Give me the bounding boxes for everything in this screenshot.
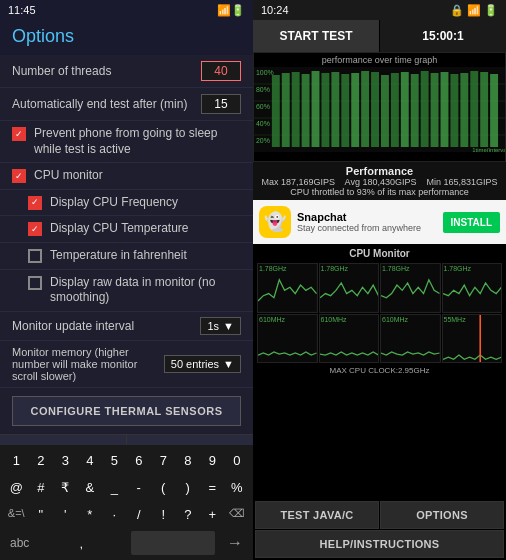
cpu-temp-checkbox-row[interactable]: ✓ Display CPU Temperature [0,216,253,243]
keyboard-bottom-row: abc , → [0,528,253,558]
kb-key-underscore[interactable]: _ [102,476,127,499]
kb-key-dash[interactable]: - [127,476,152,499]
help-button[interactable]: HELP/INSTRUCTIONS [255,530,504,558]
svg-rect-28 [450,74,458,147]
ad-banner: 👻 Snapchat Stay connected from anywhere … [253,200,506,244]
kb-key-8[interactable]: 8 [176,449,201,472]
svg-rect-26 [431,73,439,147]
kb-key-special[interactable]: &=\ [4,503,29,526]
cpu-monitor-label: CPU monitor [34,168,103,184]
svg-rect-29 [460,73,468,147]
svg-rect-17 [341,74,349,147]
kb-key-0[interactable]: 0 [225,449,250,472]
cpu-temp-checkbox[interactable]: ✓ [28,222,42,236]
start-test-button[interactable]: START TEST [253,20,380,52]
threads-value[interactable]: 40 [201,61,241,81]
cpu-core-8: 55MHz [442,314,503,364]
auto-end-row: Automatically end test after (min) 15 [0,88,253,121]
ad-subtitle: Stay connected from anywhere [297,223,437,233]
svg-text:1time(interval:2min): 1time(interval:2min) [472,147,505,152]
kb-key-hash[interactable]: # [29,476,54,499]
right-btn-row-1: TEST JAVA/C OPTIONS [255,501,504,529]
kb-key-excl[interactable]: ! [151,503,176,526]
kb-key-2[interactable]: 2 [29,449,54,472]
svg-rect-23 [401,72,409,147]
kb-key-4[interactable]: 4 [78,449,103,472]
monitor-interval-value: 1s [207,320,219,332]
svg-rect-31 [480,72,488,147]
monitor-memory-row: Monitor memory (higher number will make … [0,341,253,388]
cpu-freq-checkbox-row[interactable]: ✓ Display CPU Frequency [0,190,253,217]
kb-key-9[interactable]: 9 [200,449,225,472]
kb-key-quote[interactable]: " [29,503,54,526]
ad-install-button[interactable]: INSTALL [443,212,500,233]
cpu-core-5: 610MHz [257,314,318,364]
kb-key-1[interactable]: 1 [4,449,29,472]
svg-rect-11 [282,73,290,147]
kb-key-dot[interactable]: · [102,503,127,526]
graph-title: performance over time graph [254,53,505,67]
status-icons-right: 🔒 📶 🔋 [450,4,498,17]
cpu-monitor-checkbox[interactable]: ✓ [12,169,26,183]
kb-key-percent[interactable]: % [225,476,250,499]
kb-abc-key[interactable]: abc [4,532,35,554]
svg-rect-30 [470,71,478,147]
defaults-button[interactable]: DEFAULTS [127,435,253,445]
fahrenheit-label: Temperature in fahrenheit [50,248,187,264]
auto-end-value[interactable]: 15 [201,94,241,114]
svg-rect-10 [272,75,280,147]
cpu-monitor-title: CPU Monitor [255,246,504,261]
kb-key-5[interactable]: 5 [102,449,127,472]
cpu-monitor-checkbox-row[interactable]: ✓ CPU monitor [0,163,253,190]
kb-enter-key[interactable]: → [221,530,249,556]
kb-key-lparen[interactable]: ( [151,476,176,499]
kb-key-at[interactable]: @ [4,476,29,499]
kb-key-equals[interactable]: = [200,476,225,499]
svg-rect-16 [331,72,339,147]
kb-key-rparen[interactable]: ) [176,476,201,499]
kb-key-amp[interactable]: & [78,476,103,499]
perf-throttle: CPU throttled to 93% of its max performa… [259,187,500,197]
left-panel: 11:45 📶🔋 Options Number of threads 40 Au… [0,0,253,560]
test-java-button[interactable]: TEST JAVA/C [255,501,379,529]
kb-key-rupee[interactable]: ₹ [53,476,78,499]
svg-text:20%: 20% [256,137,270,144]
svg-rect-24 [411,74,419,147]
svg-rect-18 [351,73,359,147]
sleep-checkbox[interactable]: ✓ [12,127,26,141]
raw-data-checkbox-row[interactable]: Display raw data in monitor (no smoothin… [0,270,253,312]
fahrenheit-checkbox[interactable] [28,249,42,263]
kb-key-7[interactable]: 7 [151,449,176,472]
options-button[interactable]: OPTIONS [380,501,504,529]
status-bar-left: 11:45 📶🔋 [0,0,253,20]
kb-space-key[interactable] [131,531,215,555]
fahrenheit-checkbox-row[interactable]: Temperature in fahrenheit [0,243,253,270]
kb-key-3[interactable]: 3 [53,449,78,472]
bottom-buttons: SAVE DEFAULTS [0,434,253,445]
svg-text:100%: 100% [256,69,274,76]
kb-backspace-icon[interactable]: ⌫ [225,503,250,526]
save-button[interactable]: SAVE [0,435,127,445]
cpu-freq-checkbox[interactable]: ✓ [28,196,42,210]
configure-thermal-button[interactable]: CONFIGURE THERMAL SENSORS [12,396,241,426]
keyboard-row-2: @ # ₹ & _ - ( ) = % [0,474,253,501]
svg-rect-27 [441,72,449,147]
monitor-memory-dropdown[interactable]: 50 entries ▼ [164,355,241,373]
keyboard-row-1: 1 2 3 4 5 6 7 8 9 0 [0,447,253,474]
cpu-core-3: 1.78GHz [380,263,441,313]
sleep-checkbox-row[interactable]: ✓ Prevent phone from going to sleep whil… [0,121,253,163]
kb-key-apos[interactable]: ' [53,503,78,526]
svg-text:80%: 80% [256,86,270,93]
kb-key-slash[interactable]: / [127,503,152,526]
kb-key-question[interactable]: ? [176,503,201,526]
svg-text:60%: 60% [256,103,270,110]
status-icons-left: 📶🔋 [217,4,245,17]
raw-data-checkbox[interactable] [28,276,42,290]
cpu-monitor-section: CPU Monitor 1.78GHz 1.78GHz 1.78GHz [253,244,506,499]
monitor-interval-dropdown[interactable]: 1s ▼ [200,317,241,335]
performance-graph-area: performance over time graph 100% 80% 60%… [253,52,506,162]
kb-comma-key[interactable]: , [37,532,125,555]
kb-key-6[interactable]: 6 [127,449,152,472]
kb-key-plus[interactable]: + [200,503,225,526]
kb-key-star[interactable]: * [78,503,103,526]
